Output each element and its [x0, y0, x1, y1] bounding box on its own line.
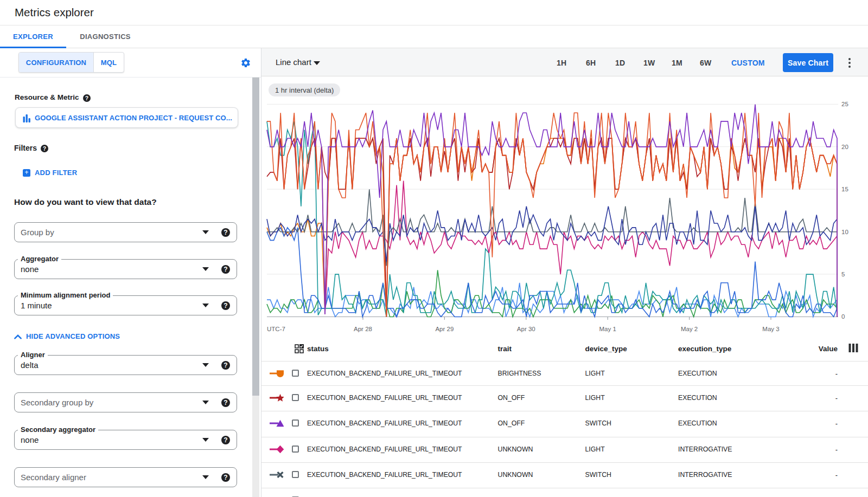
- svg-text:May 2: May 2: [681, 326, 698, 332]
- svg-text:10: 10: [841, 229, 848, 235]
- svg-text:May 1: May 1: [599, 326, 616, 332]
- svg-text:May 3: May 3: [762, 326, 779, 332]
- svg-text:25: 25: [841, 101, 848, 107]
- svg-text:Apr 30: Apr 30: [517, 326, 535, 332]
- svg-text:5: 5: [841, 271, 845, 277]
- svg-text:Apr 28: Apr 28: [354, 326, 372, 332]
- svg-text:0: 0: [841, 313, 845, 320]
- svg-text:20: 20: [841, 144, 848, 150]
- svg-text:Apr 29: Apr 29: [435, 326, 454, 332]
- svg-text:UTC-7: UTC-7: [267, 326, 285, 332]
- svg-text:15: 15: [841, 186, 848, 192]
